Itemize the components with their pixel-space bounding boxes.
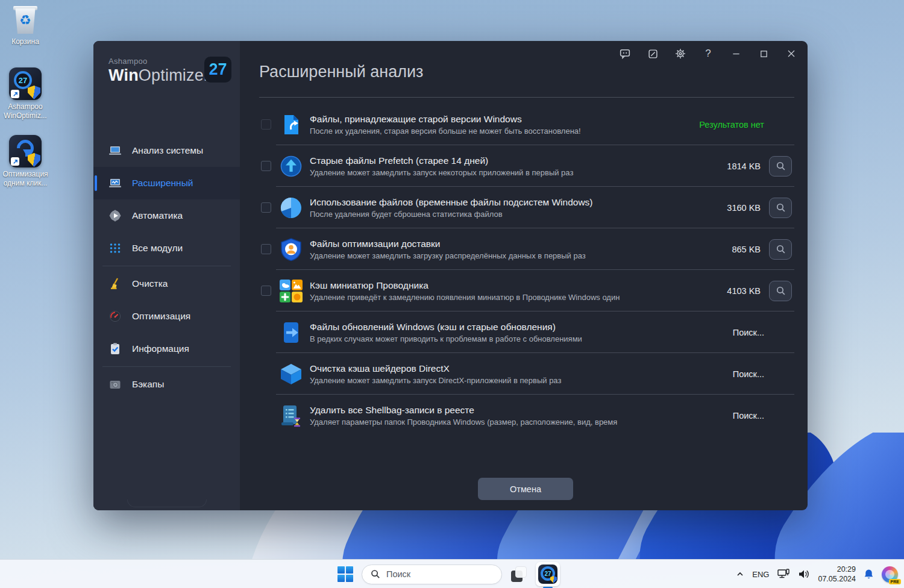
taskbar: Поиск 27 ENG 20:29 07.05.2024 xyxy=(0,559,904,588)
maximize-button[interactable] xyxy=(757,47,770,60)
close-button[interactable] xyxy=(785,47,798,60)
item-subtitle: Удаление приведёт к замедлению появления… xyxy=(310,293,620,302)
item-status: Поиск... xyxy=(733,369,764,379)
taskbar-search[interactable]: Поиск xyxy=(362,565,502,584)
file-restore-icon xyxy=(279,113,303,137)
laptop-chart-icon xyxy=(108,177,122,190)
checkbox[interactable] xyxy=(261,286,271,296)
shortcut-arrow-icon xyxy=(11,157,19,166)
shield-user-icon xyxy=(279,237,303,261)
item-size: 1814 KB xyxy=(727,161,761,171)
sidebar-item-all-modules[interactable]: Все модули xyxy=(93,232,240,264)
laptop-icon xyxy=(108,144,122,157)
feedback-button[interactable] xyxy=(618,47,632,60)
sidebar-item-optimization[interactable]: Оптимизация xyxy=(93,300,240,333)
copilot-icon[interactable]: PRE xyxy=(882,566,898,583)
pie-chart-icon xyxy=(279,196,303,220)
item-title: Файлы оптимизации доставки xyxy=(310,239,586,249)
list-item-directx-shader-cache[interactable]: Очистка кэша шейдеров DirectX Удаление м… xyxy=(240,353,808,395)
sidebar-item-backups[interactable]: Бэкапы xyxy=(93,368,240,401)
list-item-delivery-optimization[interactable]: Файлы оптимизации доставки Удаление може… xyxy=(240,228,808,270)
item-subtitle: Удаляет параметры папок Проводника Windo… xyxy=(310,418,617,427)
volume-icon[interactable] xyxy=(798,569,810,580)
list-item-thumbnail-cache[interactable]: Кэш миниатюр Проводника Удаление приведё… xyxy=(240,270,808,311)
notes-button[interactable] xyxy=(646,47,659,60)
tray-clock[interactable]: 20:29 07.05.2024 xyxy=(818,565,856,584)
speedometer-icon xyxy=(108,310,122,323)
minimize-button[interactable] xyxy=(729,47,742,60)
checkbox[interactable] xyxy=(261,244,271,254)
item-status: Поиск... xyxy=(733,328,764,337)
sidebar-item-cleaning[interactable]: Очистка xyxy=(93,267,240,300)
sidebar-item-advanced[interactable]: Расширенный xyxy=(93,167,240,199)
magnifier-icon xyxy=(776,244,786,254)
directx-cube-icon xyxy=(279,362,303,386)
start-button[interactable] xyxy=(337,566,354,583)
search-details-button[interactable] xyxy=(769,156,792,177)
network-icon[interactable] xyxy=(777,568,790,580)
item-title: Кэш миниатюр Проводника xyxy=(310,280,620,291)
search-icon xyxy=(371,569,380,579)
prefetch-up-icon xyxy=(279,154,303,178)
search-details-button[interactable] xyxy=(769,239,792,260)
winoptimizer-icon: 27 xyxy=(9,67,42,100)
tray-chevron-up-icon[interactable] xyxy=(736,570,744,578)
sidebar: Ashampoo WinOptimizer 27 Анализ системы … xyxy=(93,41,240,510)
magnifier-icon xyxy=(776,161,786,171)
list-item-prefetch[interactable]: Старые файлы Prefetch (старее 14 дней) У… xyxy=(240,145,808,187)
list-item-file-usage[interactable]: Использование файлов (временные файлы по… xyxy=(240,187,808,228)
item-size: 4103 KB xyxy=(727,286,761,296)
taskbar-winoptimizer-icon[interactable]: 27 xyxy=(536,562,560,586)
analysis-list: Файлы, принадлежащие старой версии Windo… xyxy=(240,104,808,436)
checkbox[interactable] xyxy=(261,119,271,130)
list-item-old-windows-files[interactable]: Файлы, принадлежащие старой версии Windo… xyxy=(240,104,808,145)
language-indicator[interactable]: ENG xyxy=(752,570,769,579)
registry-hourglass-icon xyxy=(279,404,303,428)
cancel-button[interactable]: Отмена xyxy=(478,478,573,500)
desktop-icon-recycle-bin[interactable]: ♻ Корзина xyxy=(0,5,51,46)
desktop-icon-winoptimizer[interactable]: 27 Ashampoo WinOptimiz... xyxy=(0,67,51,120)
item-subtitle: Удаление может замедлить запуск DirectX-… xyxy=(310,376,561,385)
search-placeholder: Поиск xyxy=(386,569,410,579)
item-subtitle: После их удаления, старая версия больше … xyxy=(310,127,581,136)
list-item-windows-updates[interactable]: Файлы обновлений Windows (кэш и старые о… xyxy=(240,311,808,353)
notification-bell-icon[interactable] xyxy=(864,569,874,580)
desktop-icon-one-click-optimization[interactable]: Оптимизация одним клик... xyxy=(0,135,51,188)
winoptimizer-window: ? Ashampoo WinOptimizer 27 Анализ систем… xyxy=(93,41,808,510)
title-divider xyxy=(259,97,794,98)
update-files-icon xyxy=(279,321,303,345)
desktop-icon-label: Оптимизация одним клик... xyxy=(0,170,51,188)
desktop-icon-label: Корзина xyxy=(0,37,51,46)
sidebar-item-automation[interactable]: Автоматика xyxy=(93,199,240,232)
item-size: 865 KB xyxy=(732,245,761,254)
search-details-button[interactable] xyxy=(769,281,792,301)
clipboard-check-icon xyxy=(108,342,122,355)
tray-time: 20:29 xyxy=(818,565,856,574)
magnifier-icon xyxy=(776,286,786,296)
item-title: Удалить все Shellbag-записи в реесте xyxy=(310,405,617,416)
automation-play-icon xyxy=(108,209,122,222)
checkbox[interactable] xyxy=(261,202,271,213)
item-title: Очистка кэша шейдеров DirectX xyxy=(310,363,561,374)
item-subtitle: После удаления будет сброшена статистика… xyxy=(310,210,593,219)
sidebar-menu: Анализ системы Расширенный Автоматика Вс… xyxy=(93,134,240,401)
search-details-button[interactable] xyxy=(769,198,792,218)
item-title: Файлы обновлений Windows (кэш и старые о… xyxy=(310,322,582,333)
one-click-icon xyxy=(9,135,42,167)
help-button[interactable]: ? xyxy=(702,47,715,60)
list-item-shellbag-entries[interactable]: Удалить все Shellbag-записи в реесте Уда… xyxy=(240,395,808,436)
recycle-bin-icon: ♻ xyxy=(12,5,39,35)
sidebar-item-information[interactable]: Информация xyxy=(93,333,240,365)
desktop-icon-label: Ashampoo WinOptimiz... xyxy=(0,102,51,120)
sidebar-item-system-analysis[interactable]: Анализ системы xyxy=(93,134,240,167)
item-subtitle: Удаление может замедлить запуск некоторы… xyxy=(310,168,573,177)
modules-grid-icon xyxy=(108,242,122,255)
checkbox[interactable] xyxy=(261,161,271,171)
item-subtitle: В редких случаях может приводить к пробл… xyxy=(310,334,582,343)
overlapping-windows-icon[interactable] xyxy=(510,565,528,583)
item-title: Файлы, принадлежащие старой версии Windo… xyxy=(310,114,581,125)
settings-gear-icon[interactable] xyxy=(674,47,687,60)
item-subtitle: Удаление может замедлить загрузку распре… xyxy=(310,251,586,260)
preview-badge: PRE xyxy=(889,579,901,584)
item-status: Поиск... xyxy=(733,411,764,421)
